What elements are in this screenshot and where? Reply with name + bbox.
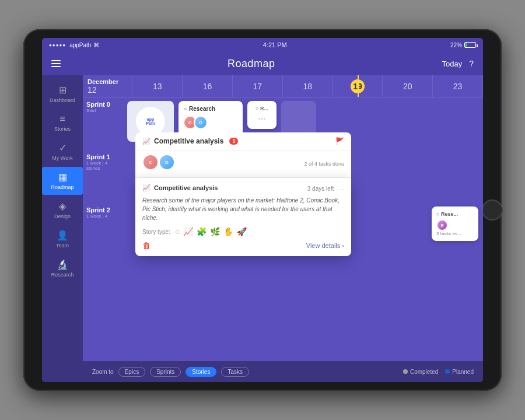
avatar-ole: O [194,116,208,130]
popup-actions: 🗑 View details › [142,241,344,250]
zoom-epics[interactable]: Epics [118,367,145,377]
popup-avatar-1: C [142,154,159,170]
sidebar-item-mywork[interactable]: ✓ My Work [42,138,83,166]
dots-icon: ··· [258,114,265,124]
trend-icon: 📈 [142,138,150,145]
sprint0-info: Sprint 0 Start [83,101,123,142]
main-area: ⊞ Dashboard ≡ Stories ✓ My Work ▦ Roadma… [42,75,483,382]
app-logo: app Path [136,107,165,136]
avatar-sprint2: R [436,219,448,231]
popup-avatar-section: C D 2 of 4 tasks done [142,154,344,174]
device-frame: ●●●●● appPath ⌘ 4:21 PM 22% Roadmap Toda [23,29,502,391]
story-type-icons: ○ 📈 🧩 🌿 ✋ 🚀 [175,227,247,236]
home-button[interactable] [482,200,503,220]
date-13: 13 [132,75,183,97]
date-16: 16 [183,75,233,97]
app-title: Roadmap [228,58,275,70]
battery-percent: 22% [450,42,462,48]
sidebar-label-mywork: My Work [52,155,72,161]
sprint2-card[interactable]: ○ Rese... R 3 tasks es... [432,206,478,241]
status-bar: ●●●●● appPath ⌘ 4:21 PM 22% [42,38,483,52]
battery-icon [464,42,476,48]
zoom-section: Zoom to Epics Sprints Stories Tasks [92,367,249,377]
legend-planned: Planned [445,369,474,375]
popup-title-row: 📈 Competitive analysis 5 [142,137,238,145]
type-icon-puzzle[interactable]: 🧩 [197,227,206,236]
header-left [51,60,61,67]
sprint2-partial [281,101,316,136]
bottom-bar: Zoom to Epics Sprints Stories Tasks Comp… [83,361,483,382]
type-icon-hand[interactable]: ✋ [223,227,233,236]
zoom-tasks[interactable]: Tasks [221,367,249,377]
today-button[interactable]: Today [442,60,462,68]
type-icon-rocket[interactable]: 🚀 [237,227,247,236]
date-20: 20 [383,75,433,97]
carrier-label: appPath [69,42,91,48]
days-left: 3 days left [307,186,334,192]
sidebar-item-roadmap[interactable]: ▦ Roadmap [42,167,83,195]
zoom-sprints[interactable]: Sprints [150,367,181,377]
zoom-label: Zoom to [92,369,114,375]
more-options-icon[interactable]: ··· [337,184,344,194]
sprint1-info: Sprint 1 1 week | 4 stories [83,153,123,195]
completed-dot [403,369,408,374]
popup-badge: 5 [229,138,238,145]
date-header: December 12 13 16 17 18 19 20 23 [83,75,483,97]
status-time: 4:21 PM [263,41,287,48]
popup-avatars: C D [142,154,172,170]
popup-tasks-count: 2 of 4 tasks done [304,161,344,167]
logo-text2: Path [146,121,155,125]
help-button[interactable]: ? [469,59,474,68]
signal-dots: ●●●●● [49,43,66,48]
research-title: Research [189,106,215,112]
app-header: Roadmap Today ? [42,52,483,75]
sidebar-label-dashboard: Dashboard [50,97,75,103]
sprint2-card-title: ○ Rese... [436,211,474,217]
sidebar: ⊞ Dashboard ≡ Stories ✓ My Work ▦ Roadma… [42,75,83,382]
type-icon-leaf[interactable]: 🌿 [210,227,220,236]
popup-section-right: 3 days left ··· [307,184,344,194]
popup-section-title: 📈 Competitive analysis [142,184,218,191]
sidebar-label-design: Design [54,214,71,219]
type-icon-trend[interactable]: 📈 [183,227,193,236]
research-icon: 🔬 [57,259,68,270]
popup-header-card: 📈 Competitive analysis 5 🚩 [135,132,351,150]
story-type-row: Story type: ○ 📈 🧩 🌿 ✋ 🚀 [142,227,344,236]
menu-button[interactable] [51,60,61,67]
sidebar-item-team[interactable]: 👤 Team [42,225,83,253]
sprint2-sub: 1 week | 4 [86,214,119,219]
sidebar-item-stories[interactable]: ≡ Stories [42,109,83,136]
popup-description: Research some of the major players on th… [142,196,344,222]
logo-text: app [147,117,154,121]
r-partial-title: ○ R... [256,106,268,111]
sidebar-label-roadmap: Roadmap [51,184,74,190]
sprint2-name: Sprint 2 [86,206,119,214]
section-trend-icon: 📈 [142,184,150,191]
sidebar-item-research[interactable]: 🔬 Research [42,254,83,282]
zoom-stories[interactable]: Stories [186,367,216,377]
completed-label: Completed [410,369,438,375]
sidebar-label-stories: Stories [54,126,71,132]
header-right: Today ? [442,59,474,68]
month-label: December 12 [83,75,132,97]
section-title-text: Competitive analysis [154,184,218,191]
stories-icon: ≡ [60,114,65,124]
roadmap-icon: ▦ [58,172,67,183]
view-details-button[interactable]: View details › [306,242,344,249]
battery-fill [465,43,467,47]
story-type-label: Story type: [142,229,170,235]
r-dots-card[interactable]: ○ R... ··· [247,101,276,129]
planned-label: Planned [452,369,474,375]
popup-avatars-row: C D 2 of 4 tasks done [135,150,351,178]
legend-section: Completed Planned [403,369,474,375]
date-23: 23 [433,75,483,97]
popup-body: 📈 Competitive analysis 3 days left ··· R… [135,178,351,256]
sidebar-item-design[interactable]: ◈ Design [42,196,83,224]
mywork-icon: ✓ [59,142,66,153]
sidebar-label-team: Team [56,243,69,249]
sprint2-info: Sprint 2 1 week | 4 [83,206,123,241]
sidebar-item-dashboard[interactable]: ⊞ Dashboard [42,80,83,108]
type-icon-cycle[interactable]: ○ [175,227,180,236]
delete-button[interactable]: 🗑 [142,241,150,250]
sidebar-label-research: Research [51,272,74,278]
